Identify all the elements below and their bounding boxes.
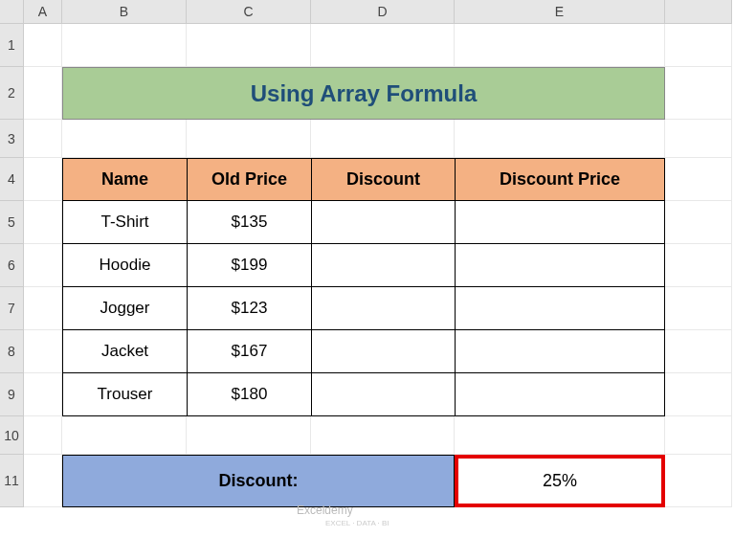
table-row[interactable] [311,373,455,416]
col-header-c[interactable]: C [187,0,311,24]
table-row[interactable]: $180 [187,373,311,416]
table-row[interactable] [311,330,455,373]
table-row[interactable] [311,244,455,287]
cell-e10[interactable] [455,416,665,455]
cell-a6[interactable] [24,244,62,287]
discount-label[interactable]: Discount: [62,455,455,507]
table-row[interactable]: T-Shirt [62,201,187,244]
table-row[interactable] [455,244,665,287]
table-row[interactable]: $199 [187,244,311,287]
cell-f2[interactable] [665,67,732,120]
cell-a3[interactable] [24,120,62,158]
cell-a5[interactable] [24,201,62,244]
cell-a4[interactable] [24,158,62,201]
row-header-3[interactable]: 3 [0,120,24,158]
table-row[interactable] [455,330,665,373]
cell-b3[interactable] [62,120,187,158]
table-row[interactable]: $167 [187,330,311,373]
row-header-8[interactable]: 8 [0,330,24,373]
row-header-1[interactable]: 1 [0,24,24,67]
row-header-4[interactable]: 4 [0,158,24,201]
col-header-e[interactable]: E [455,0,665,24]
table-header-discount[interactable]: Discount [311,158,455,201]
cell-c10[interactable] [187,416,311,455]
table-header-name[interactable]: Name [62,158,187,201]
table-header-discountprice[interactable]: Discount Price [455,158,665,201]
sheet-title[interactable]: Using Array Formula [62,67,665,120]
table-row[interactable] [311,287,455,330]
table-row[interactable]: Hoodie [62,244,187,287]
table-row[interactable] [455,287,665,330]
cell-e3[interactable] [455,120,665,158]
cell-f4[interactable] [665,158,732,201]
watermark-sub-text: EXCEL · DATA · BI [325,519,389,527]
cell-b10[interactable] [62,416,187,455]
cell-a10[interactable] [24,416,62,455]
cell-c3[interactable] [187,120,311,158]
discount-value[interactable]: 25% [455,455,665,507]
cell-f5[interactable] [665,201,732,244]
table-row[interactable]: Jacket [62,330,187,373]
cell-a1[interactable] [24,24,62,67]
cell-f9[interactable] [665,373,732,416]
cell-d10[interactable] [311,416,455,455]
table-row[interactable]: $135 [187,201,311,244]
cell-a2[interactable] [24,67,62,120]
cell-d3[interactable] [311,120,455,158]
cell-f1[interactable] [665,24,732,67]
table-row[interactable] [311,201,455,244]
cell-b1[interactable] [62,24,187,67]
col-header-d[interactable]: D [311,0,455,24]
col-header-f[interactable] [665,0,732,24]
cell-e1[interactable] [455,24,665,67]
cell-a11[interactable] [24,455,62,507]
row-header-5[interactable]: 5 [0,201,24,244]
row-header-11[interactable]: 11 [0,455,24,507]
cell-a8[interactable] [24,330,62,373]
row-header-7[interactable]: 7 [0,287,24,330]
table-row[interactable]: Trouser [62,373,187,416]
spreadsheet-grid: A B C D E 1 2 Using Array Formula 3 4 Na… [0,0,734,507]
row-header-9[interactable]: 9 [0,373,24,416]
cell-d1[interactable] [311,24,455,67]
cell-f7[interactable] [665,287,732,330]
cell-f11[interactable] [665,455,732,507]
cell-f8[interactable] [665,330,732,373]
cell-f3[interactable] [665,120,732,158]
table-row[interactable] [455,201,665,244]
cell-f6[interactable] [665,244,732,287]
table-row[interactable]: Jogger [62,287,187,330]
col-header-a[interactable]: A [24,0,62,24]
cell-a9[interactable] [24,373,62,416]
table-row[interactable]: $123 [187,287,311,330]
cell-c1[interactable] [187,24,311,67]
table-header-oldprice[interactable]: Old Price [187,158,311,201]
col-header-b[interactable]: B [62,0,187,24]
row-header-6[interactable]: 6 [0,244,24,287]
row-header-2[interactable]: 2 [0,67,24,120]
cell-f10[interactable] [665,416,732,455]
table-row[interactable] [455,373,665,416]
cell-a7[interactable] [24,287,62,330]
row-header-10[interactable]: 10 [0,416,24,455]
select-all-corner[interactable] [0,0,24,24]
